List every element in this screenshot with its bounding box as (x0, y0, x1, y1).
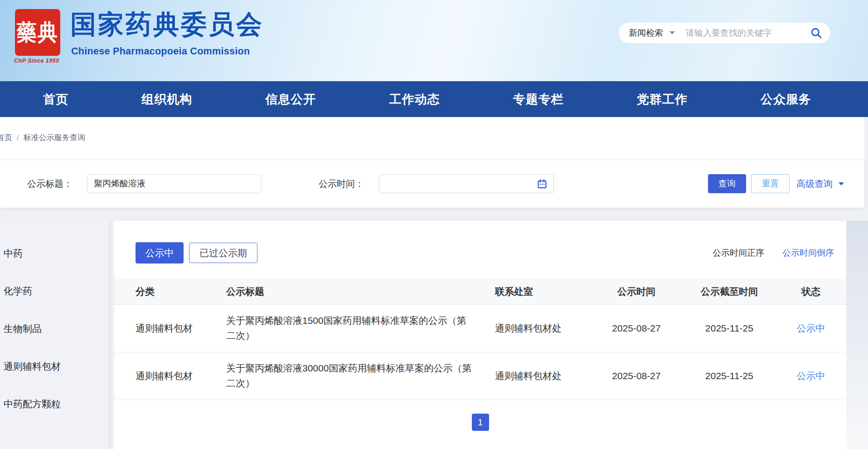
status-tabs: 公示中 已过公示期 (136, 242, 257, 264)
row-status-link[interactable]: 公示中 (777, 322, 845, 335)
calendar-icon[interactable] (537, 179, 547, 189)
publish-title-input[interactable] (87, 174, 262, 193)
row-department: 通则辅料包材处 (487, 370, 591, 382)
table-row: 通则辅料包材 关于聚丙烯酸溶液30000国家药用辅料标准草案的公示（第二次） 通… (114, 352, 846, 400)
nav-item-organization[interactable]: 组织机构 (141, 91, 192, 107)
site-title: 国家药典委员会 (70, 7, 264, 42)
chp-seal-logo: 藥典 (15, 9, 60, 56)
row-category: 通则辅料包材 (136, 370, 226, 382)
advanced-query-link[interactable]: 高级查询 (796, 160, 844, 208)
tab-expired-publicity[interactable]: 已过公示期 (189, 243, 257, 263)
sidebar-item-excipients-packaging[interactable]: 通则辅料包材 (0, 347, 109, 385)
main-navigation: 首页 组织机构 信息公开 工作动态 专题专栏 党群工作 公众服务 (0, 81, 868, 117)
row-deadline: 2025-11-25 (682, 323, 777, 334)
search-input[interactable] (686, 28, 810, 38)
query-button[interactable]: 查询 (708, 174, 746, 193)
reset-button[interactable]: 重置 (751, 174, 790, 193)
results-card: 公示中 已过公示期 公示时间正序 公示时间倒序 分类 公示标题 联系处室 公示时… (114, 221, 846, 449)
nav-item-party-work[interactable]: 党群工作 (637, 91, 688, 107)
row-title-link[interactable]: 关于聚丙烯酸溶液30000国家药用辅料标准草案的公示（第二次） (226, 361, 487, 390)
nav-item-info-disclosure[interactable]: 信息公开 (265, 91, 316, 107)
announcement-table: 分类 公示标题 联系处室 公示时间 公示截至时间 状态 通则辅料包材 关于聚丙烯… (114, 279, 846, 400)
advanced-query-label: 高级查询 (796, 178, 833, 190)
table-row: 通则辅料包材 关于聚丙烯酸溶液1500国家药用辅料标准草案的公示（第二次） 通则… (114, 305, 846, 352)
content-area: 中药 化学药 生物制品 通则辅料包材 中药配方颗粒 公示中 已过公示期 公示时间… (0, 221, 868, 449)
row-title-link[interactable]: 关于聚丙烯酸溶液1500国家药用辅料标准草案的公示（第二次） (226, 313, 487, 343)
row-category: 通则辅料包材 (136, 322, 226, 335)
row-publish-date: 2025-08-27 (591, 371, 682, 381)
col-status: 状态 (777, 285, 845, 298)
pagination: 1 (114, 414, 846, 431)
filter-panel: 公示标题： 公示时间： 查询 重置 高级查询 (0, 160, 864, 208)
nav-item-work-updates[interactable]: 工作动态 (389, 91, 440, 107)
breadcrumb-current: 标准公示服务查询 (24, 132, 85, 143)
col-deadline: 公示截至时间 (682, 285, 777, 298)
tab-in-publicity[interactable]: 公示中 (136, 242, 184, 264)
sort-ascending-link[interactable]: 公示时间正序 (713, 247, 764, 259)
col-department: 联系处室 (487, 285, 591, 298)
breadcrumb-home[interactable]: 首页 (0, 132, 12, 143)
search-icon[interactable] (810, 27, 822, 39)
sidebar-item-chemical-drugs[interactable]: 化学药 (0, 272, 109, 310)
table-header-row: 分类 公示标题 联系处室 公示时间 公示截至时间 状态 (114, 279, 846, 305)
breadcrumb-separator: / (17, 133, 19, 142)
col-category: 分类 (136, 285, 226, 298)
chevron-down-icon[interactable] (669, 31, 675, 34)
sidebar-item-biological-products[interactable]: 生物制品 (0, 310, 109, 347)
sort-descending-link[interactable]: 公示时间倒序 (782, 247, 834, 259)
row-department: 通则辅料包材处 (487, 322, 591, 335)
chevron-down-icon (839, 182, 844, 185)
seal-caption: ChP Since 1950 (14, 58, 64, 64)
publish-title-label: 公示标题： (27, 160, 73, 208)
category-sidebar: 中药 化学药 生物制品 通则辅料包材 中药配方颗粒 (0, 221, 112, 449)
page-number-button[interactable]: 1 (472, 414, 489, 431)
nav-item-home[interactable]: 首页 (43, 91, 68, 107)
sidebar-item-tcm-granules[interactable]: 中药配方颗粒 (0, 385, 109, 423)
col-publish-date: 公示时间 (591, 285, 682, 298)
col-title: 公示标题 (226, 284, 487, 299)
site-header: 藥典 ChP Since 1950 国家药典委员会 Chinese Pharma… (0, 0, 868, 81)
row-publish-date: 2025-08-27 (591, 323, 682, 334)
row-deadline: 2025-11-25 (682, 371, 777, 381)
seal-characters: 藥典 (17, 17, 58, 47)
publish-time-input[interactable] (379, 174, 554, 193)
publish-time-label: 公示时间： (319, 160, 364, 208)
sort-controls: 公示时间正序 公示时间倒序 (713, 247, 834, 259)
nav-item-special-topics[interactable]: 专题专栏 (513, 91, 564, 107)
search-category-select[interactable]: 新闻检索 (629, 27, 663, 39)
nav-item-public-services[interactable]: 公众服务 (761, 91, 811, 107)
site-subtitle: Chinese Pharmacopoeia Commission (71, 46, 250, 57)
breadcrumb-strip: 首页 / 标准公示服务查询 (0, 117, 864, 160)
row-status-link[interactable]: 公示中 (777, 370, 845, 382)
breadcrumb: 首页 / 标准公示服务查询 (0, 132, 85, 143)
page-gutter (846, 221, 868, 449)
search-bar: 新闻检索 (619, 23, 830, 43)
sidebar-item-tcm[interactable]: 中药 (0, 234, 109, 272)
